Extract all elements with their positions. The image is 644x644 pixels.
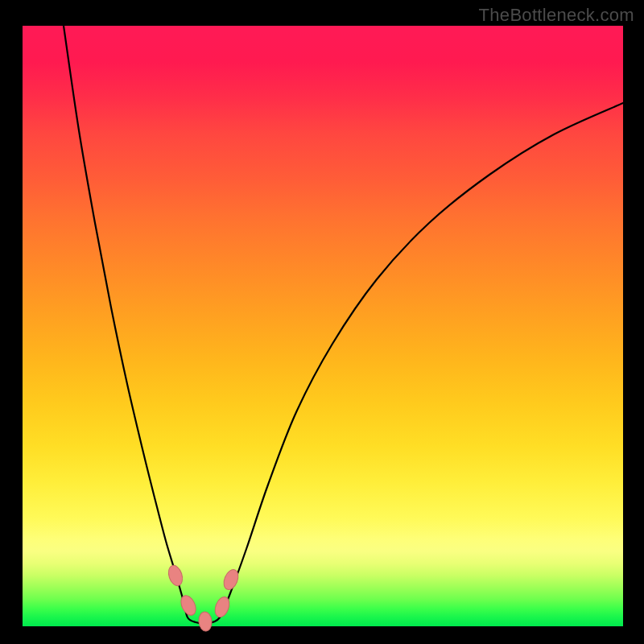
chart-plot-area bbox=[23, 26, 623, 626]
curve-markers-group bbox=[166, 564, 241, 631]
curve-marker bbox=[178, 593, 198, 617]
curve-marker bbox=[166, 564, 184, 588]
watermark-text: TheBottleneck.com bbox=[479, 5, 634, 26]
bottleneck-curve-path bbox=[64, 26, 623, 623]
bottleneck-curve-svg bbox=[23, 26, 623, 626]
curve-marker bbox=[198, 611, 213, 631]
